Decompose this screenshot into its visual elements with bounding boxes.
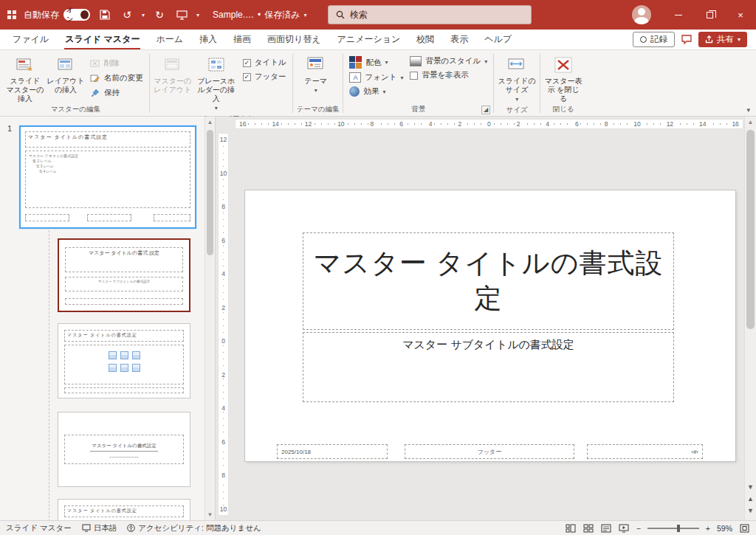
tab-insert[interactable]: 挿入 bbox=[191, 30, 225, 49]
search-input[interactable]: 検索 bbox=[328, 5, 532, 24]
redo-icon[interactable]: ↻ bbox=[152, 7, 167, 22]
slideshow-icon[interactable] bbox=[619, 523, 630, 533]
master-layout-button: マスターのレイアウト bbox=[153, 53, 193, 102]
horizontal-ruler[interactable]: 1614121086420246810121416 bbox=[235, 119, 743, 129]
subtitle-placeholder[interactable]: マスター サブタイトルの書式設定 bbox=[303, 332, 674, 402]
scroll-down-icon[interactable]: ▼ bbox=[205, 511, 215, 518]
footer-checkbox[interactable]: ✓ フッター bbox=[243, 72, 286, 82]
slide-number-placeholder[interactable]: ‹#› bbox=[587, 444, 703, 459]
close-master-view-button[interactable]: マスター表示 を閉じる bbox=[543, 53, 583, 103]
normal-view-icon[interactable] bbox=[566, 523, 577, 533]
insert-slide-master-button[interactable]: スライド マスターの挿入 bbox=[5, 53, 45, 103]
tab-view[interactable]: 表示 bbox=[442, 30, 476, 49]
theme-fonts-button[interactable]: A フォント ▾ bbox=[349, 72, 403, 83]
thumb-title-placeholder: マスター タイトルの書式設定 bbox=[64, 505, 184, 517]
tab-file[interactable]: ファイル bbox=[4, 30, 57, 49]
thumbnail-scrollbar[interactable]: ▲ ▼ bbox=[205, 117, 215, 520]
layout-thumbnail-two-content[interactable]: マスター タイトルの書式設定 bbox=[58, 499, 190, 520]
minimize-button[interactable] bbox=[663, 0, 694, 30]
zoom-slider[interactable] bbox=[647, 528, 699, 529]
zoom-out-button[interactable]: − bbox=[636, 524, 641, 533]
title-placeholder[interactable]: マスター タイトルの書式設定 bbox=[303, 232, 674, 330]
share-button[interactable]: 共有 ▾ bbox=[698, 32, 747, 47]
tab-help[interactable]: ヘルプ bbox=[476, 30, 520, 49]
vertical-ruler[interactable]: 121086420246810 bbox=[218, 133, 229, 516]
document-title-chip[interactable]: Sample.… • 保存済み ▾ bbox=[207, 7, 313, 24]
date-placeholder[interactable]: 2025/10/18 bbox=[277, 444, 388, 459]
close-button[interactable]: × bbox=[725, 0, 756, 30]
present-icon[interactable] bbox=[174, 7, 189, 22]
undo-chevron-icon[interactable]: ▾ bbox=[142, 12, 145, 18]
rename-button[interactable]: 名前の変更 bbox=[89, 72, 143, 83]
scroll-down-icon[interactable]: ▼ bbox=[745, 483, 756, 491]
fit-to-window-icon[interactable] bbox=[739, 523, 750, 533]
tab-transitions[interactable]: 画面切り替え bbox=[259, 30, 329, 49]
ribbon-slide-master: スライド マスターの挿入 レイアウトの挿入 削除 bbox=[0, 50, 756, 117]
comments-icon[interactable] bbox=[681, 34, 693, 45]
tab-review[interactable]: 校閲 bbox=[408, 30, 442, 49]
scroll-up-icon[interactable]: ▲ bbox=[745, 119, 756, 125]
placeholder-table-icon bbox=[109, 351, 117, 359]
close-master-view-icon bbox=[554, 55, 573, 75]
zoom-level[interactable]: 59% bbox=[717, 524, 732, 533]
previous-slide-button[interactable]: ▲ bbox=[745, 495, 756, 503]
editor-scrollbar[interactable]: ▲ ▼ ▲ ▼ bbox=[744, 117, 756, 520]
zoom-in-button[interactable]: + bbox=[706, 524, 710, 533]
delete-icon bbox=[89, 58, 100, 69]
quick-access-chevron-icon[interactable]: ▾ bbox=[196, 12, 199, 18]
theme-colors-button[interactable]: 配色 ▾ bbox=[349, 56, 403, 69]
app-icon[interactable] bbox=[7, 10, 16, 19]
collapse-ribbon-icon[interactable]: ▾ bbox=[746, 106, 750, 114]
slide-canvas[interactable]: マスター タイトルの書式設定 マスター サブタイトルの書式設定 2025/10/… bbox=[245, 190, 735, 461]
display-settings-icon bbox=[82, 524, 91, 532]
master-slide-thumbnail[interactable]: マスター タイトルの書式設定 マスター テキストの書式設定 第 2 レベル 第 … bbox=[19, 125, 196, 229]
status-accessibility[interactable]: アクセシビリティ: 問題ありません bbox=[127, 523, 261, 534]
reading-view-icon[interactable] bbox=[601, 523, 612, 533]
tab-animations[interactable]: アニメーション bbox=[329, 30, 409, 49]
preserve-button[interactable]: 保持 bbox=[89, 87, 143, 98]
tab-draw[interactable]: 描画 bbox=[225, 30, 259, 49]
scroll-up-icon[interactable]: ▲ bbox=[205, 119, 215, 125]
slide-size-button[interactable]: スライドの サイズ ▾ bbox=[497, 53, 537, 104]
title-checkbox[interactable]: ✓ タイトル bbox=[243, 58, 286, 68]
theme-effects-button[interactable]: 効果 ▾ bbox=[349, 86, 403, 97]
next-slide-button[interactable]: ▼ bbox=[745, 507, 756, 514]
scrollbar-thumb[interactable] bbox=[207, 130, 213, 255]
zoom-slider-thumb[interactable] bbox=[677, 525, 680, 532]
layout-thumbnail-title-slide[interactable]: マスター タイトルの書式 設定 マスター サブタイトルの書式設定 bbox=[58, 238, 190, 312]
themes-button[interactable]: テーマ ▾ bbox=[296, 53, 336, 102]
tab-home[interactable]: ホーム bbox=[148, 30, 191, 49]
ruler-tick-label: 2 bbox=[221, 371, 225, 379]
insert-layout-button[interactable]: レイアウトの挿入 bbox=[46, 53, 86, 102]
restore-button[interactable] bbox=[694, 0, 725, 30]
title-separator: • bbox=[258, 10, 261, 20]
undo-icon[interactable]: ↺ bbox=[120, 7, 134, 22]
background-dialog-launcher-icon[interactable]: ◢ bbox=[481, 106, 490, 114]
status-language[interactable]: 日本語 bbox=[82, 523, 117, 534]
footer-placeholder[interactable]: フッター bbox=[405, 444, 574, 459]
hide-background-checkbox[interactable]: 背景を非表示 bbox=[410, 70, 487, 80]
group-close: マスター表示 を閉じる 閉じる bbox=[541, 51, 585, 116]
tab-slide-master[interactable]: スライド マスター bbox=[57, 30, 148, 49]
ruler-tick-label: 10 bbox=[336, 120, 346, 128]
ruler-tick-label: 4 bbox=[427, 120, 434, 128]
record-button[interactable]: 記録 bbox=[633, 32, 675, 47]
layout-thumbnail-content[interactable]: マスター タイトルの書式設定 bbox=[58, 323, 190, 398]
status-view-name[interactable]: スライド マスター bbox=[6, 523, 72, 534]
ruler-tick-label: 4 bbox=[221, 270, 225, 277]
checkbox-checked-icon: ✓ bbox=[243, 73, 251, 81]
accessibility-icon bbox=[127, 524, 135, 532]
save-icon[interactable] bbox=[97, 7, 112, 22]
autosave-toggle[interactable]: 自動保存 オン bbox=[24, 9, 90, 21]
insert-placeholder-button[interactable]: プレースホルダーの挿入 ▾ bbox=[193, 53, 239, 113]
layout-thumbnail-section-header[interactable]: マスター タイトルの書式設定 ~~~~~~~~~~~~~~~ bbox=[58, 412, 190, 487]
themes-icon bbox=[306, 55, 326, 75]
checkbox-checked-icon: ✓ bbox=[243, 59, 251, 67]
group-background: 配色 ▾ A フォント ▾ 効果 ▾ bbox=[344, 51, 492, 116]
account-avatar[interactable] bbox=[632, 5, 651, 24]
slide-sorter-icon[interactable] bbox=[583, 523, 594, 533]
background-styles-button[interactable]: 背景のスタイル ▾ bbox=[410, 56, 487, 66]
scrollbar-thumb[interactable] bbox=[746, 130, 755, 329]
ruler-tick-label: 2 bbox=[515, 120, 522, 128]
ruler-tick-label: 10 bbox=[220, 505, 227, 513]
